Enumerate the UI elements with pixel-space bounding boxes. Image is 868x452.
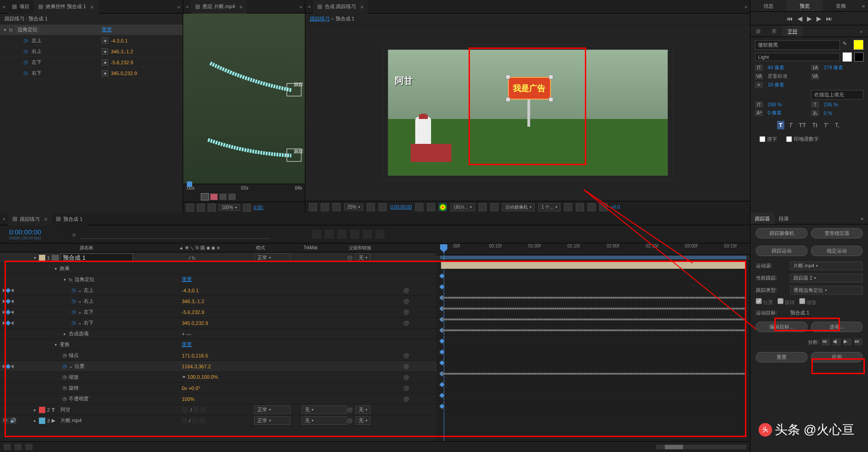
chip[interactable] [219,194,227,200]
prop-value[interactable]: -4.3,0.1 [111,38,128,43]
panel-close[interactable]: × [0,213,8,225]
chip[interactable] [201,194,209,200]
snapshot-icon[interactable] [415,203,423,211]
tl-footer-btn[interactable] [4,444,11,450]
fx-header-row[interactable]: ▾fx边角定位 重置 [0,24,183,35]
tab-effect-controls[interactable]: 效果控件 预合成 1≡ [34,0,98,14]
tl-tool[interactable] [350,230,359,239]
tool-icon[interactable] [367,203,375,211]
prop-row[interactable]: ◷⌄左下-5.6,232.9@ [0,307,436,318]
next-frame-button[interactable]: ▶ [816,15,821,22]
tool-icon[interactable] [243,204,251,212]
panel-menu[interactable]: » [854,25,868,37]
tab-libraries[interactable]: 库 [766,25,782,37]
tool-icon[interactable] [197,204,205,212]
timeline-track-area[interactable]: :00f00:15f01:00f01:15f02:00f02:15f03:00f… [436,243,750,441]
leading[interactable]: 279 像素 [824,64,863,71]
tl-tool[interactable] [375,230,384,239]
timecode[interactable]: 0:00:00:00 [9,228,72,236]
font-family-dropdown[interactable]: 微软雅黑 [755,40,840,50]
analyze-fwd[interactable]: ▶ [844,338,852,346]
parent-dropdown[interactable]: 无 [356,416,370,425]
fx-reset[interactable]: 重置 [102,26,112,33]
fill-color-swatch[interactable] [854,40,863,50]
tab-audio[interactable]: 音频 [823,0,859,11]
edit-target-button[interactable]: 编辑目标... [756,322,807,332]
baseline[interactable]: 0 像素 [768,109,807,116]
stroke-swatch2[interactable] [854,52,863,62]
transform-group[interactable]: ▾变换重置 [0,339,436,350]
breadcrumb-link[interactable]: 跟踪练习 [310,16,330,21]
zoom-dropdown[interactable]: 25% [344,204,363,210]
stroke-width[interactable]: 10 像素 [768,81,807,88]
tool-icon[interactable] [186,204,194,212]
panel-menu[interactable]: » [856,213,868,224]
last-frame-button[interactable]: ⏭ [826,15,832,22]
panel-menu[interactable]: » [297,4,304,10]
trkmat[interactable]: 无 [302,405,347,414]
prop-row[interactable]: ◷旋转0x +0.0°@ [0,383,436,394]
layer-viewer[interactable]: 跟踪 跟踪 [183,14,305,184]
rotation-check[interactable]: 旋转 [778,298,795,306]
play-button[interactable]: ▶ [807,15,812,22]
tool-icon[interactable] [479,203,487,211]
camera-dropdown[interactable]: 活动摄像机 [502,203,535,211]
tl-tool[interactable] [337,230,346,239]
tab-essential[interactable]: 设 [750,25,766,37]
zoom-dropdown[interactable]: 100% [218,204,240,211]
tab-timeline-tracking[interactable]: 跟踪练习≡ [8,213,52,225]
prop-row[interactable]: ◷不透明度100%@ [0,394,436,404]
hscale[interactable]: 235 % [824,102,863,107]
prev-frame-button[interactable]: ◀ [797,15,802,22]
stopwatch-icon[interactable]: ◷ [24,70,30,76]
blend-mode[interactable]: 正常 [254,405,290,414]
analyze-fwd-1[interactable]: ⏭ [854,338,863,346]
first-frame-button[interactable]: ⏮ [787,15,793,22]
tool-icon[interactable] [332,203,341,211]
track-camera-button[interactable]: 跟踪摄像机 [756,228,807,238]
layer-name-input[interactable] [61,253,133,262]
parent-dropdown[interactable]: 无 [356,405,370,414]
keyframe-nav[interactable]: ◈ [102,48,108,55]
tab-layer[interactable]: 图层 片断.mp4≡ [191,0,247,14]
tool-icon[interactable] [490,203,498,211]
stroke-style-dropdown[interactable]: 在描边上填充 [811,90,863,100]
position-check[interactable]: 位置 [756,298,773,306]
color-mgmt-icon[interactable] [439,203,447,211]
tab-project[interactable]: 项目 [8,0,34,14]
tool-icon[interactable] [379,203,387,211]
tab-timeline-precomp[interactable]: 预合成 1 [52,213,87,225]
prop-row[interactable]: ◷⌄右下345.0,232.9@ [0,318,436,328]
prop-row[interactable]: ◷⌄位置1164.3,367.2@ [0,361,436,372]
layer-row[interactable]: ▾1 /fx 正常 @无 [0,252,436,263]
warp-stabilize-button[interactable]: 变形稳定器 [811,228,863,238]
chip[interactable] [210,194,218,200]
source-dropdown[interactable]: 片断.mp4 [790,262,863,270]
analyze-back[interactable]: ◀ [833,338,841,346]
zoom-slider[interactable] [656,445,746,449]
blend-mode[interactable]: 正常 [254,253,290,262]
parent-dropdown[interactable]: 无 [356,253,370,262]
tsume[interactable]: 0 % [824,110,863,116]
corner-pin-group[interactable]: ▾fx边角定位重置 [0,274,436,285]
stopwatch-icon[interactable]: ◷ [24,59,30,66]
tool-icon[interactable] [588,203,596,211]
tab-info[interactable]: 信息 [750,0,787,11]
tool-icon[interactable] [599,203,607,211]
chip[interactable] [228,194,236,200]
current-tracker-dropdown[interactable]: 跟踪器 2 [790,274,863,282]
tl-tool[interactable] [312,230,321,239]
font-style-dropdown[interactable]: Light [755,53,840,61]
search-input[interactable] [80,230,270,239]
tool-icon[interactable] [309,203,317,211]
eyedropper-icon[interactable]: ✎ [843,41,851,49]
hindi-check[interactable]: 印地语数字 [786,136,819,143]
reset-button[interactable]: 重置 [756,352,807,362]
prop-row[interactable]: ◷⌄右上346.3,-1.2@ [0,296,436,307]
time-display[interactable]: 0:00: [254,205,264,210]
quality-dropdown[interactable]: (四分... [451,203,475,211]
prop-value[interactable]: -5.6,232.9 [111,60,133,65]
tl-tool[interactable] [325,230,334,239]
panel-close[interactable]: × [0,4,8,10]
vscale[interactable]: 258 % [768,102,807,107]
